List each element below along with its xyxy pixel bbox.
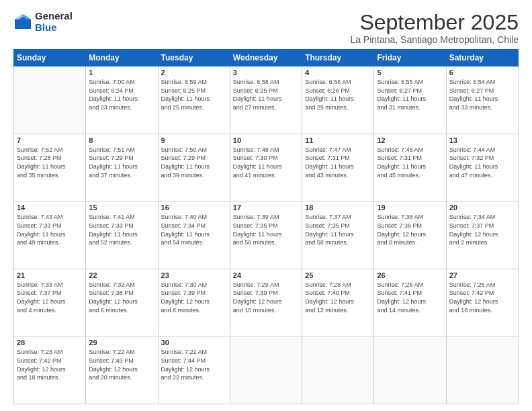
table-row: 1Sunrise: 7:00 AM Sunset: 6:24 PM Daylig… <box>86 66 158 134</box>
col-thursday: Thursday <box>302 50 374 66</box>
day-number: 2 <box>161 68 227 77</box>
page: General Blue September 2025 La Pintana, … <box>0 0 532 411</box>
day-number: 1 <box>89 68 154 77</box>
day-info: Sunrise: 7:51 AM Sunset: 7:29 PM Dayligh… <box>89 146 154 179</box>
logo-blue: Blue <box>35 22 73 34</box>
table-row: 25Sunrise: 7:28 AM Sunset: 7:40 PM Dayli… <box>302 269 374 336</box>
col-wednesday: Wednesday <box>230 50 302 66</box>
day-info: Sunrise: 6:54 AM Sunset: 6:27 PM Dayligh… <box>449 78 515 111</box>
logo: General Blue <box>13 11 73 33</box>
day-info: Sunrise: 7:43 AM Sunset: 7:33 PM Dayligh… <box>17 213 83 246</box>
day-number: 8 <box>89 136 154 144</box>
table-row: 22Sunrise: 7:32 AM Sunset: 7:38 PM Dayli… <box>86 269 158 336</box>
table-row: 11Sunrise: 7:47 AM Sunset: 7:31 PM Dayli… <box>302 134 374 201</box>
col-monday: Monday <box>86 50 158 66</box>
day-number: 6 <box>449 68 515 77</box>
day-number: 28 <box>17 338 83 347</box>
logo-text: General Blue <box>35 11 73 33</box>
day-number: 14 <box>17 203 83 212</box>
day-info: Sunrise: 7:34 AM Sunset: 7:37 PM Dayligh… <box>449 213 515 246</box>
day-info: Sunrise: 7:32 AM Sunset: 7:38 PM Dayligh… <box>89 281 154 314</box>
day-info: Sunrise: 7:33 AM Sunset: 7:37 PM Dayligh… <box>17 281 83 314</box>
table-row: 10Sunrise: 7:48 AM Sunset: 7:30 PM Dayli… <box>230 134 302 201</box>
table-row: 13Sunrise: 7:44 AM Sunset: 7:32 PM Dayli… <box>446 134 518 201</box>
calendar-table: Sunday Monday Tuesday Wednesday Thursday… <box>13 49 519 404</box>
day-number: 23 <box>161 271 227 279</box>
table-row <box>14 66 86 134</box>
day-info: Sunrise: 7:30 AM Sunset: 7:39 PM Dayligh… <box>161 281 227 314</box>
table-row: 28Sunrise: 7:23 AM Sunset: 7:42 PM Dayli… <box>14 336 86 404</box>
day-info: Sunrise: 7:36 AM Sunset: 7:36 PM Dayligh… <box>377 213 443 246</box>
day-number: 29 <box>89 338 154 347</box>
table-row <box>446 336 518 404</box>
day-number: 15 <box>89 203 154 212</box>
table-row: 12Sunrise: 7:45 AM Sunset: 7:31 PM Dayli… <box>374 134 446 201</box>
table-row: 21Sunrise: 7:33 AM Sunset: 7:37 PM Dayli… <box>14 269 86 336</box>
table-row: 14Sunrise: 7:43 AM Sunset: 7:33 PM Dayli… <box>14 201 86 269</box>
day-number: 20 <box>449 203 515 212</box>
day-info: Sunrise: 7:26 AM Sunset: 7:41 PM Dayligh… <box>377 281 443 314</box>
day-number: 16 <box>161 203 227 212</box>
table-row: 20Sunrise: 7:34 AM Sunset: 7:37 PM Dayli… <box>446 201 518 269</box>
day-number: 24 <box>233 271 299 279</box>
day-info: Sunrise: 7:39 AM Sunset: 7:35 PM Dayligh… <box>233 213 299 246</box>
table-row: 17Sunrise: 7:39 AM Sunset: 7:35 PM Dayli… <box>230 201 302 269</box>
table-row: 4Sunrise: 6:56 AM Sunset: 6:26 PM Daylig… <box>302 66 374 134</box>
table-row: 3Sunrise: 6:58 AM Sunset: 6:25 PM Daylig… <box>230 66 302 134</box>
week-row-3: 21Sunrise: 7:33 AM Sunset: 7:37 PM Dayli… <box>14 269 519 336</box>
table-row <box>374 336 446 404</box>
table-row: 24Sunrise: 7:29 AM Sunset: 7:39 PM Dayli… <box>230 269 302 336</box>
day-number: 25 <box>305 271 371 279</box>
week-row-1: 7Sunrise: 7:52 AM Sunset: 7:28 PM Daylig… <box>14 134 519 201</box>
table-row: 19Sunrise: 7:36 AM Sunset: 7:36 PM Dayli… <box>374 201 446 269</box>
logo-general: General <box>35 11 73 22</box>
day-number: 9 <box>161 136 227 144</box>
table-row <box>230 336 302 404</box>
day-number: 30 <box>161 338 227 347</box>
day-info: Sunrise: 6:59 AM Sunset: 6:25 PM Dayligh… <box>161 78 227 111</box>
table-row: 15Sunrise: 7:41 AM Sunset: 7:33 PM Dayli… <box>86 201 158 269</box>
day-info: Sunrise: 6:55 AM Sunset: 6:27 PM Dayligh… <box>377 78 443 111</box>
day-info: Sunrise: 7:48 AM Sunset: 7:30 PM Dayligh… <box>233 146 299 179</box>
main-title: September 2025 <box>350 11 519 34</box>
day-number: 4 <box>305 68 371 77</box>
subtitle: La Pintana, Santiago Metropolitan, Chile <box>350 34 519 45</box>
day-info: Sunrise: 7:29 AM Sunset: 7:39 PM Dayligh… <box>233 281 299 314</box>
day-number: 7 <box>17 136 83 144</box>
day-info: Sunrise: 7:23 AM Sunset: 7:42 PM Dayligh… <box>17 348 83 381</box>
header-row: Sunday Monday Tuesday Wednesday Thursday… <box>14 50 519 66</box>
day-info: Sunrise: 6:56 AM Sunset: 6:26 PM Dayligh… <box>305 78 371 111</box>
day-number: 27 <box>449 271 515 279</box>
day-info: Sunrise: 7:25 AM Sunset: 7:42 PM Dayligh… <box>449 281 515 314</box>
day-number: 21 <box>17 271 83 279</box>
col-saturday: Saturday <box>446 50 518 66</box>
day-number: 17 <box>233 203 299 212</box>
day-info: Sunrise: 7:28 AM Sunset: 7:40 PM Dayligh… <box>305 281 371 314</box>
col-sunday: Sunday <box>14 50 86 66</box>
table-row: 30Sunrise: 7:21 AM Sunset: 7:44 PM Dayli… <box>158 336 230 404</box>
day-number: 3 <box>233 68 299 77</box>
table-row: 2Sunrise: 6:59 AM Sunset: 6:25 PM Daylig… <box>158 66 230 134</box>
logo-icon <box>13 13 32 32</box>
header: General Blue September 2025 La Pintana, … <box>13 11 519 45</box>
day-info: Sunrise: 7:44 AM Sunset: 7:32 PM Dayligh… <box>449 146 515 179</box>
table-row: 5Sunrise: 6:55 AM Sunset: 6:27 PM Daylig… <box>374 66 446 134</box>
day-number: 22 <box>89 271 154 279</box>
col-tuesday: Tuesday <box>158 50 230 66</box>
day-number: 19 <box>377 203 443 212</box>
day-info: Sunrise: 7:47 AM Sunset: 7:31 PM Dayligh… <box>305 146 371 179</box>
col-friday: Friday <box>374 50 446 66</box>
table-row: 18Sunrise: 7:37 AM Sunset: 7:35 PM Dayli… <box>302 201 374 269</box>
table-row: 7Sunrise: 7:52 AM Sunset: 7:28 PM Daylig… <box>14 134 86 201</box>
table-row <box>302 336 374 404</box>
day-number: 10 <box>233 136 299 144</box>
week-row-2: 14Sunrise: 7:43 AM Sunset: 7:33 PM Dayli… <box>14 201 519 269</box>
day-info: Sunrise: 7:45 AM Sunset: 7:31 PM Dayligh… <box>377 146 443 179</box>
week-row-0: 1Sunrise: 7:00 AM Sunset: 6:24 PM Daylig… <box>14 66 519 134</box>
table-row: 8Sunrise: 7:51 AM Sunset: 7:29 PM Daylig… <box>86 134 158 201</box>
day-number: 5 <box>377 68 443 77</box>
day-number: 18 <box>305 203 371 212</box>
day-info: Sunrise: 7:52 AM Sunset: 7:28 PM Dayligh… <box>17 146 83 179</box>
week-row-4: 28Sunrise: 7:23 AM Sunset: 7:42 PM Dayli… <box>14 336 519 404</box>
day-info: Sunrise: 7:37 AM Sunset: 7:35 PM Dayligh… <box>305 213 371 246</box>
